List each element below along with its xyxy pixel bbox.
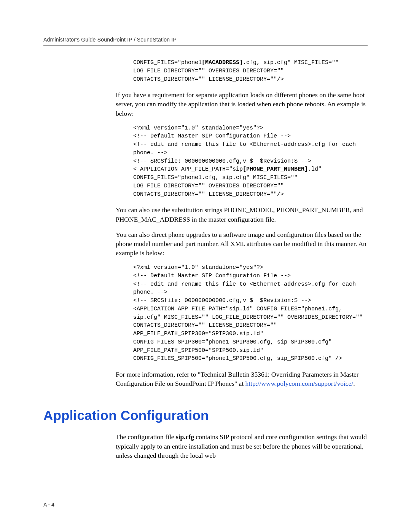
code-text: CONFIG_FILES="phone1.cfg, sip.cfg" MISC_… (133, 174, 298, 181)
code-text: <!-- edit and rename this file to <Ether… (133, 141, 359, 156)
code-text: CONFIG_FILES_SPIP500="phone1_SPIP500.cfg… (133, 355, 342, 362)
code-text: CONFIG_FILES_SPIP300="phone1_SPIP300.cfg… (133, 339, 332, 345)
header-rule (43, 45, 368, 46)
page: Administrator's Guide SoundPoint IP / So… (0, 0, 411, 532)
code-text: CONTACTS_DIRECTORY="" LICENSE_DIRECTORY=… (133, 191, 284, 198)
code-bold: [MACADDRESS] (202, 59, 243, 66)
code-text: <?xml version="1.0" standalone="yes"?> (133, 264, 263, 271)
paragraph: If you have a requirement for separate a… (116, 90, 369, 118)
para-text: . (353, 380, 355, 387)
code-block-3: <?xml version="1.0" standalone="yes"?> <… (133, 264, 369, 363)
paragraph: The configuration file sip.cfg contains … (116, 432, 369, 460)
code-text: CONTACTS_DIRECTORY="" LICENSE_DIRECTORY=… (133, 76, 284, 83)
code-text: <!-- edit and rename this file to <Ether… (133, 281, 359, 296)
code-text: .cfg, sip.cfg" MISC_FILES="" (243, 59, 339, 66)
para-text: The configuration file (116, 433, 176, 441)
body-column: CONFIG_FILES="phone1[MACADDRESS].cfg, si… (116, 59, 369, 388)
code-block-2: <?xml version="1.0" standalone="yes"?> <… (133, 124, 369, 199)
code-text: LOG FILE DIRECTORY="" OVERRIDES_DIRECTOR… (133, 68, 284, 74)
code-text: LOG FILE DIRECTORY="" OVERRIDES_DIRECTOR… (133, 183, 284, 189)
code-text: <!-- Default Master SIP Configuration Fi… (133, 273, 291, 279)
page-number: A - 4 (43, 502, 54, 508)
code-text: <APPLICATION APP_FILE_PATH="sip.ld" CONF… (133, 306, 363, 321)
running-header: Administrator's Guide SoundPoint IP / So… (43, 37, 368, 43)
code-text: <!-- $RCSfile: 000000000000.cfg,v $ $Rev… (133, 158, 311, 165)
code-text: APP_FILE_PATH_SPIP500="SPIP500.sip.ld" (133, 347, 263, 354)
section-heading-application-configuration: Application Configuration (43, 408, 368, 423)
code-text: .ld" (308, 166, 322, 173)
code-block-1: CONFIG_FILES="phone1[MACADDRESS].cfg, si… (133, 59, 369, 83)
code-bold: [PHONE_PART_NUMBER] (243, 166, 308, 173)
paragraph: You can also direct phone upgrades to a … (116, 230, 369, 257)
filename-bold: sip.cfg (176, 433, 194, 441)
code-text: < APPLICATION APP_FILE_PATH="sip (133, 166, 243, 173)
body-column: The configuration file sip.cfg contains … (116, 432, 369, 460)
code-text: <?xml version="1.0" standalone="yes"?> (133, 125, 263, 131)
paragraph: For more information, refer to "Technica… (116, 370, 369, 388)
paragraph: You can also use the substitution string… (116, 205, 369, 224)
code-text: APP_FILE_PATH_SPIP300="SPIP300.sip.ld" (133, 331, 263, 337)
code-text: <!-- Default Master SIP Configuration Fi… (133, 133, 291, 139)
code-text: CONFIG_FILES="phone1 (133, 59, 202, 66)
support-link[interactable]: http://www.polycom.com/support/voice/ (245, 380, 353, 387)
code-text: <!-- $RCSfile: 000000000000.cfg,v $ $Rev… (133, 297, 311, 304)
code-text: CONTACTS_DIRECTORY="" LICENSE_DIRECTORY=… (133, 322, 277, 329)
